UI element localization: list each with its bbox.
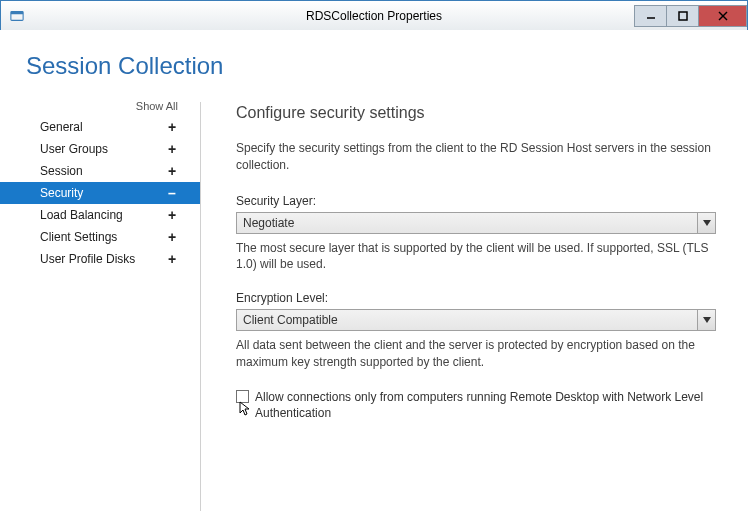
- sidebar-item-label: Session: [40, 164, 83, 178]
- sidebar-item-load-balancing[interactable]: Load Balancing +: [0, 204, 200, 226]
- page-title: Session Collection: [26, 52, 748, 80]
- chevron-down-icon: [697, 310, 715, 330]
- window-controls: [634, 5, 747, 27]
- sidebar-item-session[interactable]: Session +: [0, 160, 200, 182]
- security-layer-dropdown[interactable]: Negotiate: [236, 212, 716, 234]
- nla-checkbox-row[interactable]: Allow connections only from computers ru…: [236, 389, 726, 421]
- sidebar-item-label: Client Settings: [40, 230, 117, 244]
- encryption-level-value: Client Compatible: [243, 313, 338, 327]
- svg-rect-3: [679, 12, 687, 20]
- expand-icon: +: [166, 251, 178, 267]
- sidebar-item-user-profile-disks[interactable]: User Profile Disks +: [0, 248, 200, 270]
- security-layer-help: The most secure layer that is supported …: [236, 240, 726, 274]
- encryption-level-label: Encryption Level:: [236, 291, 728, 305]
- sidebar-item-label: User Groups: [40, 142, 108, 156]
- expand-icon: +: [166, 207, 178, 223]
- close-button[interactable]: [699, 5, 747, 27]
- svg-marker-6: [703, 220, 711, 226]
- show-all-link[interactable]: Show All: [0, 100, 200, 116]
- sidebar-item-label: User Profile Disks: [40, 252, 135, 266]
- panel-description: Specify the security settings from the c…: [236, 140, 728, 174]
- chevron-down-icon: [697, 213, 715, 233]
- nla-checkbox-label: Allow connections only from computers ru…: [255, 389, 726, 421]
- sidebar-item-client-settings[interactable]: Client Settings +: [0, 226, 200, 248]
- security-layer-label: Security Layer:: [236, 194, 728, 208]
- panel-title: Configure security settings: [236, 104, 728, 122]
- sidebar-item-general[interactable]: General +: [0, 116, 200, 138]
- sidebar-item-label: Load Balancing: [40, 208, 123, 222]
- maximize-button[interactable]: [667, 5, 699, 27]
- minimize-button[interactable]: [635, 5, 667, 27]
- encryption-level-help: All data sent between the client and the…: [236, 337, 726, 371]
- expand-icon: +: [166, 163, 178, 179]
- vertical-divider: [200, 102, 201, 511]
- expand-icon: +: [166, 229, 178, 245]
- sidebar: Show All General + User Groups + Session…: [0, 102, 200, 525]
- encryption-level-dropdown[interactable]: Client Compatible: [236, 309, 716, 331]
- sidebar-item-security[interactable]: Security –: [0, 182, 200, 204]
- expand-icon: +: [166, 141, 178, 157]
- svg-marker-7: [703, 317, 711, 323]
- security-layer-value: Negotiate: [243, 216, 294, 230]
- nla-checkbox[interactable]: [236, 390, 249, 403]
- title-bar: RDSCollection Properties: [1, 1, 747, 31]
- collapse-icon: –: [166, 185, 178, 201]
- content-area: Session Collection Show All General + Us…: [0, 30, 748, 525]
- main-panel: Configure security settings Specify the …: [200, 102, 748, 525]
- svg-rect-1: [11, 11, 23, 14]
- mouse-cursor-icon: [239, 401, 251, 417]
- sidebar-item-label: General: [40, 120, 83, 134]
- sidebar-item-label: Security: [40, 186, 83, 200]
- sidebar-item-user-groups[interactable]: User Groups +: [0, 138, 200, 160]
- app-icon: [9, 8, 25, 24]
- window-title: RDSCollection Properties: [306, 9, 442, 23]
- expand-icon: +: [166, 119, 178, 135]
